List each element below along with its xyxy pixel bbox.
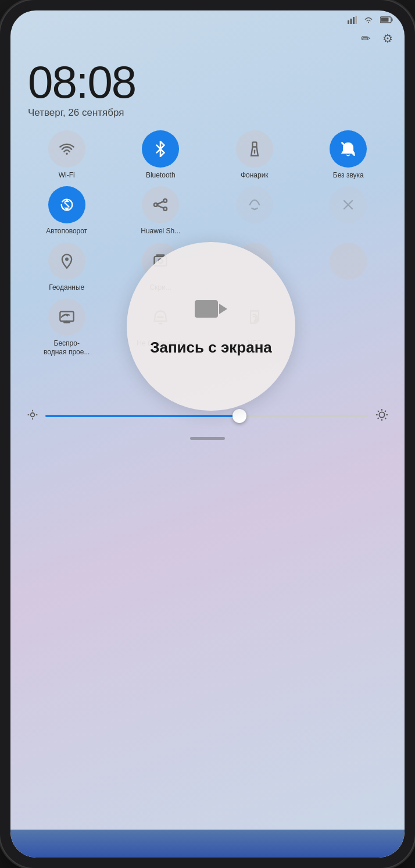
qs-item-r2c3[interactable]: [210, 186, 299, 235]
battery-icon: [380, 16, 393, 23]
svg-point-26: [31, 413, 35, 417]
wifi-status-icon: [364, 16, 373, 23]
screen-record-tooltip[interactable]: Запись с экрана: [127, 242, 295, 411]
tooltip-label: Запись с экрана: [150, 339, 272, 357]
svg-point-7: [66, 152, 68, 155]
bluetooth-label: Bluetooth: [146, 171, 176, 179]
svg-rect-24: [195, 300, 218, 318]
nfc-r3-button[interactable]: [330, 243, 367, 280]
time-section: 08:08 Четверг, 26 сентября: [10, 50, 405, 130]
brightness-low-icon: [27, 409, 38, 424]
wireless-proj-button[interactable]: [48, 298, 85, 336]
qs-silent[interactable]: Без звука: [304, 130, 393, 179]
svg-rect-5: [381, 18, 389, 22]
item-r2c4-button[interactable]: [330, 186, 367, 223]
wifi-label: Wi-Fi: [59, 171, 75, 179]
bluetooth-button[interactable]: [142, 130, 179, 168]
home-indicator[interactable]: [10, 430, 405, 443]
flashlight-button[interactable]: [236, 130, 273, 168]
bottom-bar: [10, 830, 405, 858]
flashlight-label: Фонарик: [241, 171, 269, 179]
geo-label: Геоданные: [49, 283, 84, 291]
svg-rect-1: [350, 19, 352, 24]
date-display: Четверг, 26 сентября: [28, 107, 387, 119]
time-display: 08:08: [28, 59, 387, 105]
screenrecord-icon: [194, 296, 228, 332]
qs-wireless-proj[interactable]: Беспро-водная прое...: [22, 298, 112, 356]
svg-rect-0: [348, 20, 349, 24]
qs-autorotate[interactable]: Автоповорот: [22, 186, 112, 235]
autorotate-button[interactable]: [48, 186, 85, 223]
svg-point-20: [65, 257, 69, 261]
status-bar: [10, 10, 405, 29]
qs-geo[interactable]: Геоданные: [22, 243, 112, 291]
settings-icon[interactable]: ⚙: [382, 31, 393, 45]
svg-line-12: [65, 203, 69, 207]
svg-point-31: [379, 412, 384, 417]
main-area: 08:08 Четверг, 26 сентября: [10, 50, 405, 830]
autorotate-label: Автоповорот: [46, 227, 87, 235]
wireless-proj-label: Беспро-водная прое...: [44, 339, 90, 356]
svg-rect-2: [353, 17, 355, 24]
huawei-share-button[interactable]: [142, 186, 179, 223]
svg-line-36: [378, 411, 379, 412]
qs-wifi[interactable]: Wi-Fi: [22, 130, 112, 179]
svg-marker-25: [219, 304, 227, 314]
phone-screen: ✏ ⚙ 08:08 Четверг, 26 сентября: [10, 10, 405, 858]
phone-frame: ✏ ⚙ 08:08 Четверг, 26 сентября: [0, 0, 415, 868]
brightness-slider[interactable]: [45, 415, 369, 417]
qs-empty: [304, 298, 393, 356]
wifi-button[interactable]: [48, 130, 85, 168]
signal-icon: [348, 16, 357, 24]
svg-line-37: [385, 418, 386, 419]
quick-settings-row2: Автоповорот: [10, 186, 405, 235]
home-bar[interactable]: [190, 437, 225, 440]
qs-item-r2c4[interactable]: [304, 186, 393, 235]
edit-icon[interactable]: ✏: [361, 31, 371, 45]
svg-rect-3: [356, 16, 357, 24]
qs-bluetooth[interactable]: Bluetooth: [116, 130, 206, 179]
silent-label: Без звука: [333, 171, 364, 179]
brightness-high-icon: [375, 408, 388, 424]
qs-nfc-r3[interactable]: [304, 243, 393, 291]
item-r2c3-button[interactable]: [236, 186, 273, 223]
svg-line-17: [158, 206, 164, 209]
geo-button[interactable]: [48, 243, 85, 280]
svg-rect-6: [392, 19, 393, 22]
svg-line-38: [385, 411, 386, 412]
quick-settings-row1: Wi-Fi Bluetooth: [10, 130, 405, 179]
qs-huawei-share[interactable]: Huawei Sh...: [116, 186, 206, 235]
top-toolbar: ✏ ⚙: [10, 29, 405, 50]
qs-flashlight[interactable]: Фонарик: [210, 130, 299, 179]
silent-button[interactable]: [330, 130, 367, 168]
svg-line-39: [378, 418, 379, 419]
svg-rect-8: [252, 142, 256, 147]
huawei-share-label: Huawei Sh...: [141, 227, 180, 235]
